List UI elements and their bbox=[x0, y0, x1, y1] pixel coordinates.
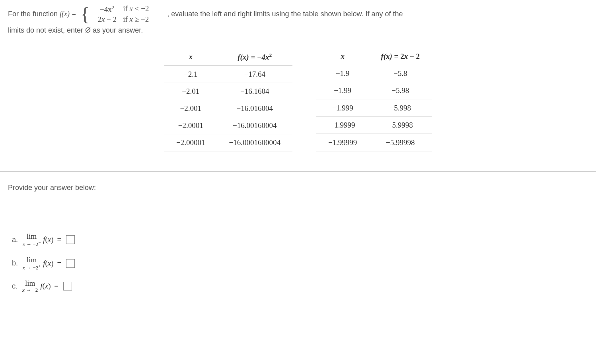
table-row: −1.9−5.8 bbox=[316, 65, 432, 82]
left-limit-table: x f(x) = −4x2 −2.1−17.64 −2.01−16.1604 −… bbox=[164, 48, 292, 151]
table-left-header-x: x bbox=[164, 48, 217, 66]
limit-notation: lim x → −2+ bbox=[23, 256, 41, 271]
table-row: −2.00001−16.0001600004 bbox=[164, 134, 292, 151]
answer-item-a: a. lim x → −2− f(x) = bbox=[12, 232, 584, 248]
item-label: c. bbox=[12, 282, 18, 290]
left-brace-icon: { bbox=[80, 6, 90, 23]
answer-item-c: c. lim x → −2 f(x) = bbox=[12, 279, 584, 293]
answer-prompt: Provide your answer below: bbox=[8, 184, 588, 192]
question-middle: , evaluate the left and right limits usi… bbox=[167, 10, 403, 18]
tables-container: x f(x) = −4x2 −2.1−17.64 −2.01−16.1604 −… bbox=[8, 48, 588, 151]
question-text: For the function f(x) = { −4x2 if x < −2… bbox=[8, 4, 588, 36]
limit-notation: lim x → −2− bbox=[23, 232, 41, 248]
table-row: −1.999−5.998 bbox=[316, 99, 432, 116]
answer-item-b: b. lim x → −2+ f(x) = bbox=[12, 256, 584, 271]
limit-notation: lim x → −2 bbox=[22, 279, 38, 293]
table-row: −1.9999−5.9998 bbox=[316, 116, 432, 134]
answer-input-b[interactable] bbox=[66, 259, 75, 268]
table-right-header-x: x bbox=[316, 48, 369, 65]
item-label: a. bbox=[12, 236, 18, 244]
table-left-header-fx: f(x) = −4x2 bbox=[217, 48, 292, 66]
answer-input-a[interactable] bbox=[66, 235, 75, 244]
question-line2: limits do not exist, enter Ø as your ans… bbox=[8, 26, 143, 34]
answer-items: a. lim x → −2− f(x) = b. lim x → −2+ f(x… bbox=[0, 208, 596, 310]
table-row: −1.99−5.98 bbox=[316, 82, 432, 99]
item-label: b. bbox=[12, 259, 18, 267]
table-row: −2.01−16.1604 bbox=[164, 83, 292, 100]
function-name: f(x) = bbox=[60, 10, 78, 18]
answer-input-c[interactable] bbox=[63, 282, 72, 290]
table-row: −2.001−16.016004 bbox=[164, 100, 292, 117]
table-row: −2.1−17.64 bbox=[164, 66, 292, 83]
piecewise-function: { −4x2 if x < −2 2x − 2 if x ≥ −2 bbox=[80, 4, 163, 25]
table-row: −1.99999−5.99998 bbox=[316, 134, 432, 151]
table-right-header-fx: f(x) = 2x − 2 bbox=[369, 48, 432, 65]
table-row: −2.0001−16.00160004 bbox=[164, 117, 292, 134]
question-prefix: For the function bbox=[8, 10, 60, 18]
right-limit-table: x f(x) = 2x − 2 −1.9−5.8 −1.99−5.98 −1.9… bbox=[316, 48, 432, 151]
